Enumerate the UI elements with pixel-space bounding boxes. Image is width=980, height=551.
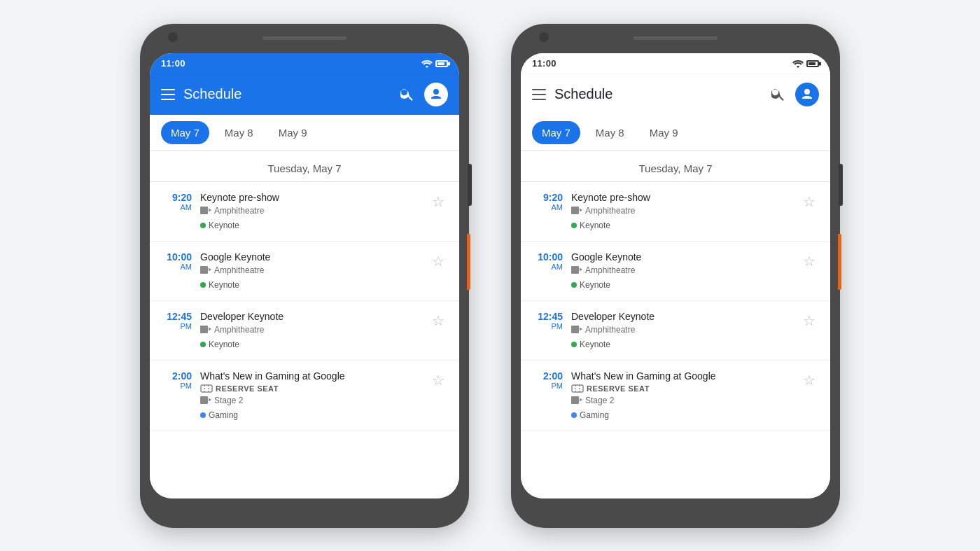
session-title-2-3: Developer Keynote <box>571 311 791 322</box>
app-title-1: Schedule <box>183 86 391 102</box>
menu-icon-2[interactable] <box>532 89 546 100</box>
tag-label-1-1: Keynote <box>209 221 239 230</box>
date-tab-may8-2[interactable]: May 8 <box>586 121 634 144</box>
session-title-2-1: Keynote pre-show <box>571 192 791 203</box>
session-details-1-1: Keynote pre-show Amphitheatre Keynote <box>200 192 420 231</box>
star-button-1-1[interactable]: ☆ <box>428 192 448 211</box>
session-item-1-1[interactable]: 9:20 AM Keynote pre-show Amphitheatre Ke… <box>150 182 459 242</box>
session-venue-2-1: Amphitheatre <box>571 206 791 216</box>
video-cam-icon-2-2 <box>571 266 582 274</box>
session-time-2-1: 9:20 AM <box>532 192 563 212</box>
session-time-2-3: 12:45 PM <box>532 311 563 331</box>
video-cam-icon-2-1 <box>571 207 582 214</box>
session-item-2-3[interactable]: 12:45 PM Developer Keynote Amphitheatre … <box>521 301 830 361</box>
video-cam-icon-1-4 <box>200 396 211 404</box>
video-cam-icon-2-3 <box>571 326 582 333</box>
session-period-1-2: AM <box>161 263 192 271</box>
venue-name-2-1: Amphitheatre <box>585 206 635 216</box>
video-cam-icon-1-1 <box>200 207 211 214</box>
date-tab-may7-2[interactable]: May 7 <box>532 121 580 144</box>
session-reserve-1-4: RESERVE SEAT <box>200 384 420 393</box>
session-item-2-1[interactable]: 9:20 AM Keynote pre-show Amphitheatre Ke… <box>521 182 830 242</box>
star-button-1-2[interactable]: ☆ <box>428 251 448 271</box>
session-title-1-2: Google Keynote <box>200 251 420 263</box>
tag-dot-2-3 <box>571 342 577 347</box>
venue-name-1-2: Amphitheatre <box>214 265 264 275</box>
star-button-2-3[interactable]: ☆ <box>799 311 819 330</box>
menu-icon-1[interactable] <box>161 89 175 100</box>
session-details-1-3: Developer Keynote Amphitheatre Keynote <box>200 311 420 350</box>
session-item-1-2[interactable]: 10:00 AM Google Keynote Amphitheatre Key… <box>150 242 459 301</box>
session-hour-1-2: 10:00 <box>161 251 192 263</box>
tag-dot-2-1 <box>571 223 577 228</box>
session-period-1-3: PM <box>161 322 192 330</box>
session-venue-2-4: Stage 2 <box>571 396 791 405</box>
venue-name-2-4: Stage 2 <box>585 396 614 405</box>
session-venue-1-2: Amphitheatre <box>200 265 420 275</box>
session-period-1-1: AM <box>161 203 192 211</box>
side-button-2 <box>839 164 843 206</box>
tag-dot-1-4 <box>200 412 206 418</box>
venue-name-1-4: Stage 2 <box>214 396 243 405</box>
accent-bar-1 <box>467 234 470 290</box>
date-tabs-2: May 7 May 8 May 9 <box>521 115 830 151</box>
venue-name-1-3: Amphitheatre <box>214 325 264 335</box>
date-tab-may9-1[interactable]: May 9 <box>269 121 317 144</box>
session-details-2-4: What's New in Gaming at Google RESERVE S… <box>571 370 791 421</box>
star-button-1-3[interactable]: ☆ <box>428 311 448 330</box>
search-button-1[interactable] <box>399 86 416 103</box>
session-venue-1-1: Amphitheatre <box>200 206 420 216</box>
status-time-1: 11:00 <box>161 58 186 69</box>
date-tab-may7-1[interactable]: May 7 <box>161 121 209 144</box>
session-item-1-3[interactable]: 12:45 PM Developer Keynote Amphitheatre … <box>150 301 459 361</box>
session-hour-2-1: 9:20 <box>532 192 563 204</box>
side-button-1 <box>468 164 472 206</box>
session-details-2-2: Google Keynote Amphitheatre Keynote <box>571 251 791 291</box>
session-item-2-2[interactable]: 10:00 AM Google Keynote Amphitheatre Key… <box>521 242 830 301</box>
wifi-icon-1 <box>421 60 433 68</box>
date-tab-may9-2[interactable]: May 9 <box>640 121 688 144</box>
phone-screen-2: 11:00 Schedule <box>521 53 830 498</box>
star-button-2-4[interactable]: ☆ <box>799 370 819 390</box>
star-button-2-2[interactable]: ☆ <box>799 251 819 271</box>
tag-label-2-4: Gaming <box>580 410 609 420</box>
avatar-button-1[interactable] <box>424 83 448 106</box>
session-hour-1-3: 12:45 <box>161 311 192 323</box>
date-tab-may8-1[interactable]: May 8 <box>215 121 263 144</box>
session-title-2-4: What's New in Gaming at Google <box>571 370 791 382</box>
session-item-1-4[interactable]: 2:00 PM What's New in Gaming at Google R… <box>150 361 459 431</box>
session-venue-1-4: Stage 2 <box>200 396 420 405</box>
tag-label-1-3: Keynote <box>209 340 239 349</box>
session-time-2-2: 10:00 AM <box>532 251 563 272</box>
tag-label-2-2: Keynote <box>580 280 610 290</box>
tag-label-1-4: Gaming <box>209 410 238 420</box>
video-cam-icon-2-4 <box>571 396 582 404</box>
session-title-1-4: What's New in Gaming at Google <box>200 370 420 382</box>
session-time-1-4: 2:00 PM <box>161 370 192 391</box>
star-button-1-4[interactable]: ☆ <box>428 370 448 390</box>
star-button-2-1[interactable]: ☆ <box>799 192 819 211</box>
tag-dot-2-4 <box>571 412 577 418</box>
session-tag-1-1: Keynote <box>200 221 239 230</box>
session-reserve-2-4: RESERVE SEAT <box>571 384 791 393</box>
accent-bar-2 <box>838 234 841 290</box>
session-item-2-4[interactable]: 2:00 PM What's New in Gaming at Google R… <box>521 361 830 431</box>
app-title-2: Schedule <box>554 86 762 102</box>
reserve-label-1-4: RESERVE SEAT <box>216 384 279 393</box>
status-bar-1: 11:00 <box>150 53 459 74</box>
svg-rect-0 <box>201 385 212 392</box>
session-title-1-1: Keynote pre-show <box>200 192 420 203</box>
app-bar-1: Schedule <box>150 74 459 115</box>
search-button-2[interactable] <box>770 86 787 103</box>
tag-dot-1-2 <box>200 282 206 288</box>
tag-label-1-2: Keynote <box>209 280 239 290</box>
session-details-2-3: Developer Keynote Amphitheatre Keynote <box>571 311 791 350</box>
session-details-1-2: Google Keynote Amphitheatre Keynote <box>200 251 420 291</box>
session-venue-1-3: Amphitheatre <box>200 325 420 335</box>
session-tag-2-3: Keynote <box>571 340 610 349</box>
phone-1: 11:00 Schedule <box>140 24 469 528</box>
session-hour-1-4: 2:00 <box>161 370 192 382</box>
date-tabs-1: May 7 May 8 May 9 <box>150 115 459 151</box>
avatar-button-2[interactable] <box>795 83 819 106</box>
session-period-2-4: PM <box>532 382 563 390</box>
